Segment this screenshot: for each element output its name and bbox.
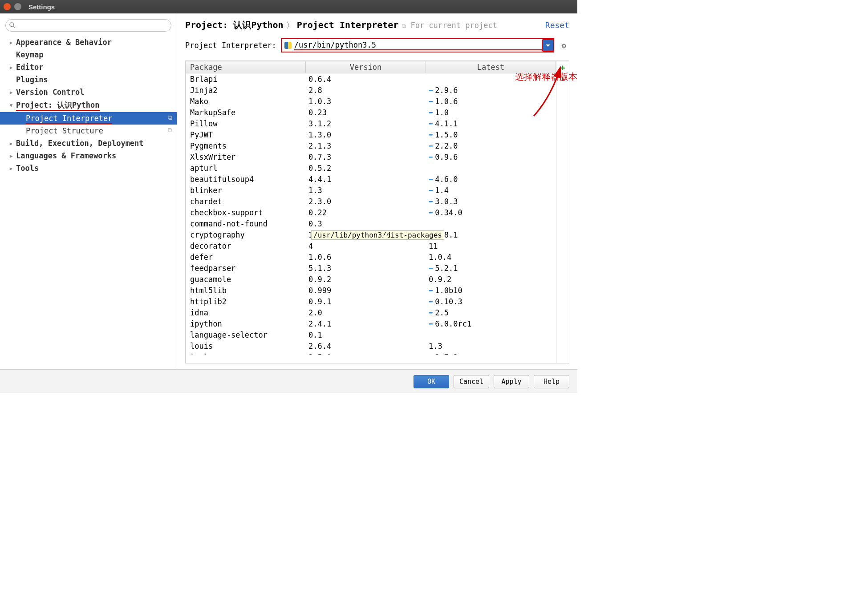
table-row[interactable]: guacamole0.9.20.9.2	[186, 274, 556, 285]
svg-line-1	[13, 26, 15, 28]
table-row[interactable]: Mako1.0.3➡1.0.6	[186, 96, 556, 107]
copy-icon[interactable]: ⧉	[168, 114, 172, 121]
table-row[interactable]: MarkupSafe0.23➡1.0	[186, 107, 556, 118]
upgrade-icon: ➡	[429, 86, 433, 95]
copy-icon[interactable]: ⧉	[402, 23, 406, 30]
table-row[interactable]: idna2.0➡2.5	[186, 307, 556, 318]
package-table: Package Version Latest Brlapi0.6.4Jinja2…	[185, 61, 556, 363]
chevron-down-icon[interactable]	[542, 39, 554, 52]
sidebar-item[interactable]: Build, Execution, Deployment	[0, 137, 177, 149]
sidebar-item[interactable]: Project: 认识Python	[0, 98, 177, 112]
col-package[interactable]: Package	[186, 61, 306, 73]
python-icon	[284, 42, 292, 49]
svg-point-0	[10, 23, 14, 27]
path-tooltip: /usr/lib/python3/dist-packages	[311, 230, 444, 240]
upgrade-icon: ➡	[429, 97, 433, 106]
dialog-footer: OK Cancel Apply Help	[0, 369, 577, 393]
upgrade-icon: ➡	[429, 108, 433, 117]
breadcrumb-root: Project: 认识Python	[185, 19, 284, 31]
table-row[interactable]: Pygments2.1.3➡2.2.0	[186, 140, 556, 151]
reset-link[interactable]: Reset	[545, 20, 569, 30]
table-row[interactable]: checkbox-support0.22➡0.34.0	[186, 207, 556, 218]
upgrade-icon: ➡	[429, 119, 433, 128]
table-row[interactable]: lxml3.5.0➡3.7.3	[186, 351, 556, 355]
table-row[interactable]: decorator411	[186, 240, 556, 251]
search-input[interactable]	[5, 19, 171, 32]
sidebar-item[interactable]: Languages & Frameworks	[0, 149, 177, 162]
table-row[interactable]: feedparser5.1.3➡5.2.1	[186, 262, 556, 274]
content-pane: Project: 认识Python 〉 Project Interpreter …	[177, 14, 577, 369]
breadcrumb-sub: For current project	[410, 21, 497, 30]
table-row[interactable]: html5lib0.999➡1.0b10	[186, 285, 556, 296]
package-actions: + −	[556, 61, 569, 363]
table-row[interactable]: ipython2.4.1➡6.0.0rc1	[186, 318, 556, 329]
minimize-icon[interactable]	[14, 3, 21, 10]
titlebar: Settings	[0, 0, 577, 13]
apply-button[interactable]: Apply	[494, 375, 529, 388]
interpreter-value: /usr/bin/python3.5	[294, 40, 543, 50]
ok-button[interactable]: OK	[414, 375, 449, 388]
upgrade-icon: ➡	[429, 353, 433, 355]
table-row[interactable]: Jinja22.8➡2.9.6	[186, 85, 556, 96]
sidebar-item[interactable]: Project Structure⧉	[0, 125, 177, 137]
close-icon[interactable]	[4, 3, 11, 10]
breadcrumb: Project: 认识Python 〉 Project Interpreter …	[185, 19, 569, 31]
upgrade-icon: ➡	[429, 141, 433, 150]
table-row[interactable]: command-not-found0.3	[186, 218, 556, 229]
sidebar-item[interactable]: Keymap	[0, 48, 177, 61]
table-row[interactable]: PyJWT1.3.0➡1.5.0	[186, 129, 556, 140]
upgrade-icon: ➡	[429, 130, 433, 139]
table-row[interactable]: XlsxWriter0.7.3➡0.9.6	[186, 151, 556, 162]
interpreter-select[interactable]: /usr/bin/python3.5	[281, 38, 554, 52]
chevron-right-icon: 〉	[286, 20, 294, 31]
col-latest[interactable]: Latest	[426, 61, 556, 73]
search-icon	[9, 22, 16, 28]
upgrade-icon: ➡	[429, 264, 433, 273]
upgrade-icon: ➡	[429, 208, 433, 217]
table-row[interactable]: Brlapi0.6.4	[186, 73, 556, 85]
table-header: Package Version Latest	[186, 61, 556, 73]
sidebar-item[interactable]: Plugins	[0, 73, 177, 86]
table-row[interactable]: language-selector0.1	[186, 329, 556, 340]
settings-sidebar: Appearance & BehaviorKeymapEditorPlugins…	[0, 14, 177, 369]
copy-icon[interactable]: ⧉	[168, 126, 172, 134]
upgrade-icon: ➡	[429, 319, 433, 328]
sidebar-item[interactable]: Tools	[0, 162, 177, 174]
upgrade-icon: ➡	[429, 186, 433, 195]
window-title: Settings	[28, 3, 55, 11]
table-row[interactable]: apturl0.5.2	[186, 162, 556, 173]
sidebar-item[interactable]: Appearance & Behavior	[0, 36, 177, 48]
upgrade-icon: ➡	[429, 175, 433, 184]
sidebar-item[interactable]: Version Control	[0, 86, 177, 98]
gear-icon[interactable]: ⚙	[559, 41, 569, 50]
table-row[interactable]: beautifulsoup44.4.1➡4.6.0	[186, 173, 556, 185]
help-button[interactable]: Help	[534, 375, 569, 388]
table-row[interactable]: defer1.0.61.0.4	[186, 251, 556, 262]
col-version[interactable]: Version	[306, 61, 426, 73]
breadcrumb-leaf: Project Interpreter	[297, 20, 399, 30]
cancel-button[interactable]: Cancel	[454, 375, 489, 388]
table-row[interactable]: blinker1.3➡1.4	[186, 185, 556, 196]
upgrade-icon: ➡	[429, 308, 433, 317]
sidebar-item[interactable]: Editor	[0, 61, 177, 73]
upgrade-icon: ➡	[429, 286, 433, 295]
table-row[interactable]: chardet2.3.0➡3.0.3	[186, 196, 556, 207]
upgrade-icon: ➡	[429, 297, 433, 306]
table-row[interactable]: Pillow3.1.2➡4.1.1	[186, 118, 556, 129]
upgrade-icon: ➡	[429, 197, 433, 206]
settings-tree: Appearance & BehaviorKeymapEditorPlugins…	[0, 36, 177, 174]
table-row[interactable]: louis2.6.41.3	[186, 340, 556, 351]
table-row[interactable]: httplib20.9.1➡0.10.3	[186, 296, 556, 307]
interpreter-label: Project Interpreter:	[185, 41, 276, 50]
sidebar-item[interactable]: Project Interpreter⧉	[0, 112, 177, 125]
upgrade-icon: ➡	[429, 153, 433, 161]
